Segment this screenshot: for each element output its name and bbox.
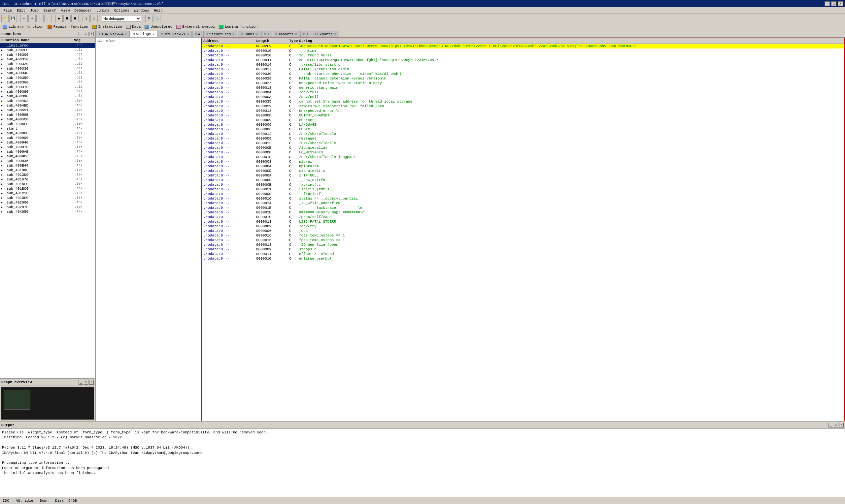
function-row[interactable]: ▶sub_400940.tex bbox=[0, 140, 95, 145]
strings-list[interactable]: .rodata:0···00002E9C\m\DGS\VH\hTWGhpUm1S… bbox=[202, 44, 844, 446]
toolbar-run[interactable]: ▶ bbox=[55, 15, 63, 22]
string-row[interactable]: .rodata:0···0000011Coffset >= oldend bbox=[202, 252, 844, 256]
string-row[interactable]: .rodata:0···0000027Cunexpected reloc typ… bbox=[202, 81, 844, 86]
function-row[interactable]: ▶sub_4008C0.tex bbox=[0, 131, 95, 136]
function-row[interactable]: ▶sub_400340.plt bbox=[0, 71, 95, 75]
tab-⚡[interactable]: ⊞⚡ bbox=[261, 31, 272, 37]
string-row[interactable]: .rodata:0···0000035Ccannot set %fs base … bbox=[202, 99, 844, 104]
function-row[interactable]: ▶_init_proc.ini bbox=[0, 43, 95, 48]
function-row[interactable]: ▶sub_400390.plt bbox=[0, 94, 95, 98]
string-row[interactable]: .rodata:0···000000DCcxa_atexit.c bbox=[202, 168, 844, 173]
string-row[interactable]: .rodata:0···0000009C/dev/tty bbox=[202, 224, 844, 229]
toolbar-save[interactable]: 💾 bbox=[9, 15, 17, 22]
close-button[interactable]: ✕ bbox=[838, 1, 843, 6]
string-row[interactable]: .rodata:0···0000010CYou found me!!! bbox=[202, 53, 844, 58]
tab-exports[interactable]: ⊞Exports✕ bbox=[312, 31, 339, 37]
string-row[interactable]: .rodata:0···0000014C../ssu/libc-start.c bbox=[202, 62, 844, 67]
tab-strings[interactable]: ⊞Strings✕ bbox=[130, 31, 157, 37]
string-row[interactable]: .rodata:0···0000013CUnexpected error.\n bbox=[202, 109, 844, 113]
string-row[interactable]: .rodata:0···0000009Cmessages bbox=[202, 136, 844, 141]
string-row[interactable]: .rodata:0···0000016Cfcts.towc_nsteps == … bbox=[202, 233, 844, 238]
string-row[interactable]: .rodata:0···0000006CPOSIX bbox=[202, 127, 844, 132]
string-row[interactable]: .rodata:0···0000041CABCDEFGHIJKLMNOPQRST… bbox=[202, 58, 844, 62]
toolbar-misc2[interactable]: 🔍 bbox=[153, 15, 160, 22]
string-row[interactable]: .rodata:0···0000013CLIBC_FATAL_STDERR_ bbox=[202, 219, 844, 224]
function-row[interactable]: ▶sub_401670.tex bbox=[0, 177, 95, 182]
graph-minimize[interactable]: _ bbox=[78, 380, 83, 384]
string-row[interactable]: .rodata:0···000000AC1 != NULL bbox=[202, 173, 844, 178]
function-row[interactable]: ▶sub_401DE0.tex bbox=[0, 196, 95, 200]
menu-lumina[interactable]: Lumina bbox=[94, 8, 111, 13]
string-row[interactable]: .rodata:0···0000009CLANGUAGE bbox=[202, 122, 844, 127]
string-row[interactable]: .rodata:0···0000012C/usr/share/locale bbox=[202, 132, 844, 136]
toolbar-pause[interactable]: ⏸ bbox=[64, 15, 71, 22]
debugger-select[interactable]: No debugger bbox=[102, 15, 141, 22]
minimize-button[interactable]: — bbox=[825, 1, 830, 6]
tab-structures[interactable]: ⊞Structures✕ bbox=[203, 31, 237, 37]
function-row[interactable]: ▶sub_4004ED.tex bbox=[0, 103, 95, 108]
function-row[interactable]: ▶sub_402070.tex bbox=[0, 205, 95, 210]
function-row[interactable]: ▶sub_400E44.tex bbox=[0, 163, 95, 168]
string-row[interactable]: .rodata:0···0000010Cenlarge_userbuf bbox=[202, 256, 844, 261]
function-row[interactable]: ▶sub_400330.plt bbox=[0, 66, 95, 71]
function-row[interactable]: ▶sub_400900.tex bbox=[0, 136, 95, 140]
tab-close-btn[interactable]: ✕ bbox=[187, 32, 189, 36]
string-row[interactable]: .rodata:0···0000008Cplural= bbox=[202, 159, 844, 164]
tab-enums[interactable]: ⊞Enums✕ bbox=[237, 31, 261, 37]
tab-ida-view-a[interactable]: ⊞IDA View-A✕ bbox=[96, 31, 130, 37]
string-row[interactable]: .rodata:0···000000AC/dev/null bbox=[202, 95, 844, 99]
string-row[interactable]: .rodata:0···000000FCOUTPUT_CHARSET bbox=[202, 113, 844, 118]
toolbar-stepover[interactable]: ⤵ bbox=[83, 15, 90, 22]
string-row[interactable]: .rodata:0···0000030C__ehdr_start.e_phent… bbox=[202, 72, 844, 76]
string-row[interactable]: .rodata:0···000000BC__fxprintf bbox=[202, 192, 844, 196]
function-row[interactable]: ▶sub_401C10.tex bbox=[0, 191, 95, 196]
function-row[interactable]: ▶sub_400D35.tex bbox=[0, 159, 95, 163]
menu-edit[interactable]: Edit bbox=[15, 8, 27, 13]
menu-file[interactable]: File bbox=[1, 8, 14, 13]
toolbar-back[interactable]: ← bbox=[20, 15, 28, 22]
function-row[interactable]: ▶sub_4009AE.tex bbox=[0, 149, 95, 154]
panel-minimize[interactable]: _ bbox=[78, 32, 83, 36]
function-row[interactable]: ▶sub_400380.plt bbox=[0, 89, 95, 94]
graph-close[interactable]: ✕ bbox=[89, 380, 94, 384]
tab-imports[interactable]: ⊞Imports✕ bbox=[272, 31, 300, 37]
function-row[interactable]: ▶sub_4009C6.tex bbox=[0, 154, 95, 159]
string-row[interactable]: .rodata:0···0000009Ccharset= bbox=[202, 118, 844, 122]
toolbar-down[interactable]: ↓ bbox=[44, 15, 52, 22]
string-row[interactable]: .rodata:0···0000017CFATAL: kernel too ol… bbox=[202, 67, 844, 72]
string-row[interactable]: .rodata:0···000000ACnplurals= bbox=[202, 164, 844, 168]
function-row[interactable]: ▶sub_4004D3.tex bbox=[0, 98, 95, 103]
string-row[interactable]: .rodata:0···000000BCfxprintf.c bbox=[202, 182, 844, 187]
menu-windows[interactable]: Windows bbox=[132, 8, 151, 13]
menu-help[interactable]: Help bbox=[152, 8, 164, 13]
panel-close[interactable]: ✕ bbox=[89, 32, 94, 36]
tab-close-btn[interactable]: ✕ bbox=[232, 32, 235, 36]
string-row[interactable]: .rodata:0···000001EC======= Memory map: … bbox=[202, 210, 844, 215]
menu-debugger[interactable]: Debugger bbox=[72, 8, 94, 13]
function-row[interactable]: ▶sub_400970.tex bbox=[0, 145, 95, 149]
tab-⚡[interactable]: ⊞⚡ bbox=[300, 31, 311, 37]
function-row[interactable]: ▶start.tex bbox=[0, 126, 95, 131]
tab-close-btn[interactable]: ✕ bbox=[124, 32, 127, 36]
toolbar-open[interactable]: 📂 bbox=[1, 15, 8, 22]
toolbar-forward[interactable]: → bbox=[29, 15, 36, 22]
tab-close-btn[interactable]: ✕ bbox=[256, 32, 258, 36]
tab-hex-view-1[interactable]: ⊞Hex View-1✕ bbox=[158, 31, 192, 37]
function-row[interactable]: ▶sub_401BC0.tex bbox=[0, 186, 95, 191]
string-row[interactable]: .rodata:0···000001EC======= Backtrace: =… bbox=[202, 205, 844, 210]
function-row[interactable]: ▶sub_4016E0.tex bbox=[0, 182, 95, 186]
tab-a[interactable]: ⊞A bbox=[192, 31, 203, 37]
string-row[interactable]: .rodata:0···0000028CFATAL: cannot determ… bbox=[202, 76, 844, 81]
tab-close-btn[interactable]: ✕ bbox=[334, 32, 336, 36]
tab-close-btn[interactable]: ✕ bbox=[153, 32, 155, 36]
function-row[interactable]: ▶sub_400310.plt bbox=[0, 57, 95, 62]
output-close[interactable]: ✕ bbox=[839, 423, 844, 428]
output-restore[interactable]: □ bbox=[834, 423, 839, 428]
function-row[interactable]: ▶sub_400551.tex bbox=[0, 108, 95, 112]
function-row[interactable]: ▶sub_40X050.tex bbox=[0, 210, 95, 214]
panel-restore[interactable]: □ bbox=[84, 32, 88, 36]
string-row[interactable]: .rodata:0···0000009Cstrops.c bbox=[202, 247, 844, 252]
function-row[interactable]: ▶sub_400320.plt bbox=[0, 62, 95, 66]
string-row[interactable]: .rodata:0···0000029C%s%s%s:%u: %sAsserti… bbox=[202, 104, 844, 109]
tab-close-btn[interactable]: ✕ bbox=[295, 32, 297, 36]
